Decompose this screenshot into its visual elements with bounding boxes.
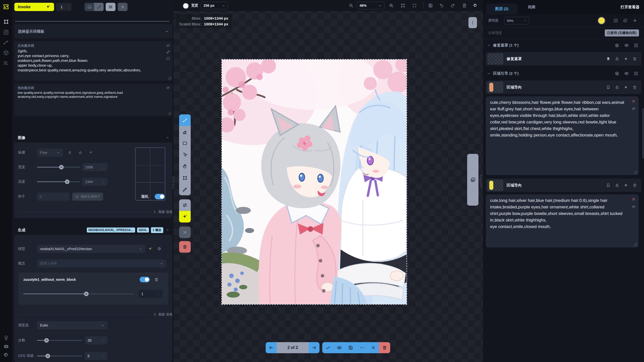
select-bbox-icon[interactable] (634, 43, 638, 48)
color-dot-icon[interactable] (624, 57, 628, 61)
inpaint-section-header[interactable]: 修复遮罩 (1 个) (483, 40, 644, 51)
canvas-area[interactable]: 宽度 256 px 48% Bbox: 1008×1344 px Scaled (174, 0, 483, 362)
nav-canvas-icon[interactable] (3, 19, 9, 25)
brush-tool[interactable] (179, 114, 191, 126)
help-bulb-icon[interactable] (3, 335, 9, 341)
steps-input[interactable]: 20 (85, 336, 107, 344)
region-prompt-text[interactable]: cute,long hair,silver hair,blue hair,(me… (490, 197, 627, 230)
generation-advanced-options[interactable]: 高级 选项 (18, 312, 172, 317)
color-picker-tool[interactable] (179, 184, 191, 195)
code-icon[interactable] (166, 86, 170, 90)
filter-tool[interactable] (179, 199, 191, 211)
panel-scrollbar[interactable] (642, 108, 643, 158)
right-panel-resize-handle[interactable] (480, 175, 482, 188)
model-settings-icon[interactable] (157, 247, 162, 251)
region-layer-row[interactable]: 区域导向 (486, 178, 641, 192)
optimize-size-icon[interactable] (89, 151, 93, 155)
tab-gallery[interactable]: 画廊 (528, 0, 535, 14)
fit-bbox-icon[interactable] (412, 3, 417, 8)
close-panel-button[interactable] (118, 3, 128, 11)
undo-icon[interactable] (439, 3, 444, 8)
prev-image-button[interactable] (266, 342, 277, 353)
color-dot-icon[interactable] (624, 183, 628, 188)
code-icon[interactable] (632, 107, 636, 111)
fit-view-icon[interactable] (400, 3, 405, 8)
lora-enabled-toggle[interactable] (140, 277, 150, 282)
tab-layers[interactable]: 图层 (2) (486, 4, 517, 14)
delete-layer-icon[interactable] (632, 183, 637, 188)
region-prompt-box[interactable]: cute,long hair,silver hair,blue hair,(me… (486, 195, 638, 247)
next-image-button[interactable] (309, 342, 319, 353)
remove-prompt-icon[interactable] (631, 99, 636, 103)
fit-layer-icon[interactable] (613, 18, 618, 23)
left-panel-resize-handle[interactable] (172, 176, 175, 189)
open-viewer-link[interactable]: 打开查看器 (621, 0, 639, 14)
add-layer-icon[interactable] (632, 18, 637, 23)
bookmark-icon[interactable] (606, 57, 611, 61)
zoom-out-icon[interactable] (349, 3, 353, 8)
canvas-settings-icon[interactable] (473, 3, 478, 8)
positive-prompt-box[interactable]: 正向提示词 2girls, yuri,eye contact,princess … (14, 41, 172, 81)
model-select[interactable]: noobaiXLNAIXL_vPred10Version (37, 245, 145, 253)
region-prompt-box[interactable]: cute,cherry blossoms,hair flower,pink fl… (486, 97, 638, 175)
bookmark-icon[interactable] (606, 183, 611, 188)
seed-input[interactable]: 0 (37, 193, 70, 201)
brush-view-icon[interactable] (94, 3, 104, 11)
invoke-logo-icon[interactable] (3, 4, 9, 10)
lora-trash-icon[interactable] (154, 277, 159, 282)
steps-slider[interactable] (37, 340, 82, 341)
color-dot-icon[interactable] (624, 85, 628, 89)
cancel-tool-button[interactable] (179, 227, 191, 238)
resize-handle[interactable] (168, 77, 172, 80)
generate-region-tool[interactable] (179, 211, 191, 222)
new-session-icon[interactable] (462, 3, 467, 8)
width-slider[interactable] (37, 167, 80, 168)
delete-layer-icon[interactable] (632, 57, 637, 61)
merge-layers-icon[interactable] (615, 71, 619, 76)
zoom-level-select[interactable]: 48% (357, 2, 384, 9)
generation-section-header[interactable]: 生成 NOOBAIXLNAIXL_VPRED10... SDXL 1 概念 (14, 226, 172, 234)
redo-icon[interactable] (450, 3, 455, 8)
menu-button[interactable] (106, 3, 115, 11)
opacity-select[interactable]: 50% (504, 17, 529, 24)
model-sparkle-icon[interactable] (148, 247, 153, 251)
visibility-icon[interactable] (624, 71, 629, 76)
link-icon[interactable] (166, 50, 170, 54)
random-seed-toggle[interactable] (155, 194, 165, 199)
eraser-tool[interactable] (179, 126, 191, 138)
queue-count-stepper[interactable]: 1 (56, 3, 72, 11)
lora-weight-slider[interactable] (23, 293, 134, 294)
generated-image[interactable] (221, 59, 407, 305)
negative-prompt-text[interactable]: low quality,worst quality,normal quality… (18, 91, 162, 99)
nav-models-icon[interactable] (3, 50, 9, 56)
invoke-button[interactable]: Invoke (14, 3, 54, 11)
negative-prompt-box[interactable]: 负向提示词 low quality,worst quality,normal q… (14, 83, 172, 116)
resize-handle[interactable] (168, 112, 172, 115)
cfg-slider[interactable] (37, 355, 82, 356)
settings-gear-icon[interactable] (3, 352, 9, 358)
select-bbox-icon[interactable] (634, 71, 638, 76)
canvas-context-menu-button[interactable] (468, 17, 477, 28)
more-actions-button[interactable] (356, 342, 368, 353)
pan-tool[interactable] (179, 161, 191, 172)
lora-select[interactable]: 添加 LoRA (37, 259, 166, 267)
swap-dimensions-icon[interactable] (68, 151, 72, 155)
save-image-button[interactable] (345, 342, 356, 353)
remove-prompt-icon[interactable] (631, 197, 636, 201)
visibility-icon[interactable] (624, 43, 629, 48)
scheduler-select[interactable]: Euler (37, 321, 107, 329)
gallery-toggle-button[interactable] (467, 154, 478, 206)
code-icon[interactable] (166, 43, 170, 48)
duplicate-layer-icon[interactable] (623, 18, 628, 23)
regional-section-header[interactable]: 区域引导 (2 个) (483, 68, 644, 79)
lock-icon[interactable] (615, 183, 619, 188)
delete-layer-icon[interactable] (632, 85, 637, 89)
rect-tool[interactable] (179, 138, 191, 149)
resize-handle[interactable] (634, 243, 637, 246)
height-input[interactable]: 1344 (82, 178, 107, 186)
move-tool[interactable] (179, 149, 191, 161)
height-slider[interactable] (37, 181, 80, 182)
width-input[interactable]: 1008 (82, 163, 107, 171)
nav-queue-icon[interactable] (3, 60, 9, 66)
image-section-header[interactable]: 图像 (14, 134, 172, 142)
